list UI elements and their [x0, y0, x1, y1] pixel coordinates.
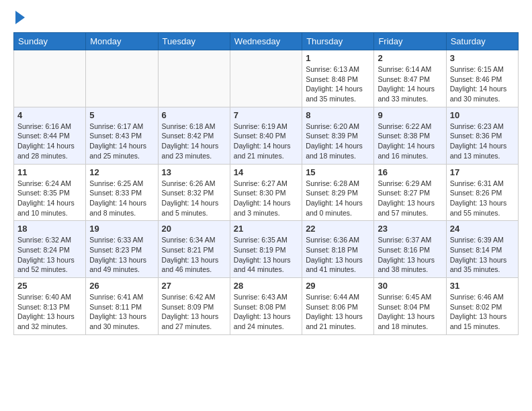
calendar-header: SundayMondayTuesdayWednesdayThursdayFrid… [14, 33, 519, 50]
calendar-cell: 3Sunrise: 6:15 AMSunset: 8:46 PMDaylight… [446, 50, 518, 107]
day-info: Sunrise: 6:32 AMSunset: 8:24 PMDaylight:… [17, 235, 82, 275]
day-number: 9 [378, 110, 442, 120]
calendar-cell [230, 50, 302, 107]
day-info: Sunrise: 6:42 AMSunset: 8:09 PMDaylight:… [162, 292, 226, 332]
day-info: Sunrise: 6:15 AMSunset: 8:46 PMDaylight:… [450, 64, 515, 104]
day-info: Sunrise: 6:26 AMSunset: 8:32 PMDaylight:… [162, 179, 226, 218]
day-info: Sunrise: 6:45 AMSunset: 8:04 PMDaylight:… [378, 292, 442, 332]
day-info: Sunrise: 6:14 AMSunset: 8:47 PMDaylight:… [378, 64, 442, 104]
calendar-cell: 29Sunrise: 6:44 AMSunset: 8:06 PMDayligh… [302, 278, 374, 335]
week-row-5: 25Sunrise: 6:40 AMSunset: 8:13 PMDayligh… [14, 278, 519, 335]
calendar-cell: 20Sunrise: 6:34 AMSunset: 8:21 PMDayligh… [158, 221, 230, 278]
day-info: Sunrise: 6:39 AMSunset: 8:14 PMDaylight:… [450, 235, 515, 275]
day-info: Sunrise: 6:31 AMSunset: 8:26 PMDaylight:… [450, 179, 515, 218]
day-info: Sunrise: 6:23 AMSunset: 8:36 PMDaylight:… [450, 122, 515, 161]
day-info: Sunrise: 6:28 AMSunset: 8:29 PMDaylight:… [306, 179, 370, 218]
day-number: 18 [17, 224, 82, 234]
day-info: Sunrise: 6:29 AMSunset: 8:27 PMDaylight:… [378, 179, 442, 218]
day-of-week-monday: Monday [86, 33, 158, 50]
day-info: Sunrise: 6:17 AMSunset: 8:43 PMDaylight:… [89, 122, 154, 161]
day-number: 26 [89, 281, 154, 291]
day-of-week-thursday: Thursday [302, 33, 374, 50]
day-info: Sunrise: 6:44 AMSunset: 8:06 PMDaylight:… [306, 292, 370, 332]
day-number: 12 [89, 167, 154, 177]
day-number: 1 [306, 53, 370, 63]
week-row-4: 18Sunrise: 6:32 AMSunset: 8:24 PMDayligh… [14, 221, 519, 278]
day-info: Sunrise: 6:27 AMSunset: 8:30 PMDaylight:… [234, 179, 298, 218]
calendar-cell: 22Sunrise: 6:36 AMSunset: 8:18 PMDayligh… [302, 221, 374, 278]
day-number: 15 [306, 167, 370, 177]
calendar-cell [86, 50, 158, 107]
day-number: 5 [89, 110, 154, 120]
day-number: 21 [234, 224, 298, 234]
calendar-cell: 14Sunrise: 6:27 AMSunset: 8:30 PMDayligh… [230, 164, 302, 221]
day-number: 30 [378, 281, 442, 291]
day-number: 2 [378, 53, 442, 63]
day-info: Sunrise: 6:43 AMSunset: 8:08 PMDaylight:… [234, 292, 298, 332]
day-number: 27 [162, 281, 226, 291]
day-number: 16 [378, 167, 442, 177]
day-info: Sunrise: 6:19 AMSunset: 8:40 PMDaylight:… [234, 122, 298, 161]
calendar-cell [158, 50, 230, 107]
calendar-cell: 21Sunrise: 6:35 AMSunset: 8:19 PMDayligh… [230, 221, 302, 278]
calendar-table: SundayMondayTuesdayWednesdayThursdayFrid… [13, 32, 519, 335]
calendar-cell: 28Sunrise: 6:43 AMSunset: 8:08 PMDayligh… [230, 278, 302, 335]
day-of-week-tuesday: Tuesday [158, 33, 230, 50]
day-of-week-friday: Friday [374, 33, 446, 50]
day-of-week-wednesday: Wednesday [230, 33, 302, 50]
calendar-cell: 19Sunrise: 6:33 AMSunset: 8:23 PMDayligh… [86, 221, 158, 278]
day-number: 31 [450, 281, 515, 291]
day-info: Sunrise: 6:37 AMSunset: 8:16 PMDaylight:… [378, 235, 442, 275]
week-row-2: 4Sunrise: 6:16 AMSunset: 8:44 PMDaylight… [14, 107, 519, 164]
day-number: 28 [234, 281, 298, 291]
day-info: Sunrise: 6:35 AMSunset: 8:19 PMDaylight:… [234, 235, 298, 275]
day-number: 23 [378, 224, 442, 234]
day-info: Sunrise: 6:40 AMSunset: 8:13 PMDaylight:… [17, 292, 82, 332]
day-number: 20 [162, 224, 226, 234]
calendar-cell: 15Sunrise: 6:28 AMSunset: 8:29 PMDayligh… [302, 164, 374, 221]
day-number: 29 [306, 281, 370, 291]
calendar-cell: 24Sunrise: 6:39 AMSunset: 8:14 PMDayligh… [446, 221, 518, 278]
calendar-cell: 27Sunrise: 6:42 AMSunset: 8:09 PMDayligh… [158, 278, 230, 335]
day-number: 7 [234, 110, 298, 120]
calendar-cell: 8Sunrise: 6:20 AMSunset: 8:39 PMDaylight… [302, 107, 374, 164]
day-info: Sunrise: 6:16 AMSunset: 8:44 PMDaylight:… [17, 122, 82, 161]
calendar-cell: 1Sunrise: 6:13 AMSunset: 8:48 PMDaylight… [302, 50, 374, 107]
calendar-cell: 16Sunrise: 6:29 AMSunset: 8:27 PMDayligh… [374, 164, 446, 221]
calendar-cell: 30Sunrise: 6:45 AMSunset: 8:04 PMDayligh… [374, 278, 446, 335]
day-info: Sunrise: 6:24 AMSunset: 8:35 PMDaylight:… [17, 179, 82, 218]
day-number: 22 [306, 224, 370, 234]
day-number: 4 [17, 110, 82, 120]
calendar-cell: 18Sunrise: 6:32 AMSunset: 8:24 PMDayligh… [14, 221, 86, 278]
calendar-cell: 7Sunrise: 6:19 AMSunset: 8:40 PMDaylight… [230, 107, 302, 164]
day-number: 24 [450, 224, 515, 234]
day-number: 3 [450, 53, 515, 63]
calendar-cell: 31Sunrise: 6:46 AMSunset: 8:02 PMDayligh… [446, 278, 518, 335]
day-info: Sunrise: 6:41 AMSunset: 8:11 PMDaylight:… [89, 292, 154, 332]
day-number: 17 [450, 167, 515, 177]
day-of-week-sunday: Sunday [14, 33, 86, 50]
week-row-1: 1Sunrise: 6:13 AMSunset: 8:48 PMDaylight… [14, 50, 519, 107]
day-of-week-saturday: Saturday [446, 33, 518, 50]
calendar-cell: 13Sunrise: 6:26 AMSunset: 8:32 PMDayligh… [158, 164, 230, 221]
day-info: Sunrise: 6:20 AMSunset: 8:39 PMDaylight:… [306, 122, 370, 161]
calendar-cell: 6Sunrise: 6:18 AMSunset: 8:42 PMDaylight… [158, 107, 230, 164]
calendar-cell: 12Sunrise: 6:25 AMSunset: 8:33 PMDayligh… [86, 164, 158, 221]
day-info: Sunrise: 6:33 AMSunset: 8:23 PMDaylight:… [89, 235, 154, 275]
calendar-cell: 26Sunrise: 6:41 AMSunset: 8:11 PMDayligh… [86, 278, 158, 335]
calendar-cell: 5Sunrise: 6:17 AMSunset: 8:43 PMDaylight… [86, 107, 158, 164]
day-info: Sunrise: 6:34 AMSunset: 8:21 PMDaylight:… [162, 235, 226, 275]
day-info: Sunrise: 6:22 AMSunset: 8:38 PMDaylight:… [378, 122, 442, 161]
day-number: 25 [17, 281, 82, 291]
week-row-3: 11Sunrise: 6:24 AMSunset: 8:35 PMDayligh… [14, 164, 519, 221]
logo [13, 11, 25, 24]
day-info: Sunrise: 6:46 AMSunset: 8:02 PMDaylight:… [450, 292, 515, 332]
calendar-cell: 17Sunrise: 6:31 AMSunset: 8:26 PMDayligh… [446, 164, 518, 221]
day-number: 11 [17, 167, 82, 177]
calendar-cell: 4Sunrise: 6:16 AMSunset: 8:44 PMDaylight… [14, 107, 86, 164]
day-number: 13 [162, 167, 226, 177]
day-number: 19 [89, 224, 154, 234]
calendar-cell: 10Sunrise: 6:23 AMSunset: 8:36 PMDayligh… [446, 107, 518, 164]
day-info: Sunrise: 6:25 AMSunset: 8:33 PMDaylight:… [89, 179, 154, 218]
day-info: Sunrise: 6:13 AMSunset: 8:48 PMDaylight:… [306, 64, 370, 104]
